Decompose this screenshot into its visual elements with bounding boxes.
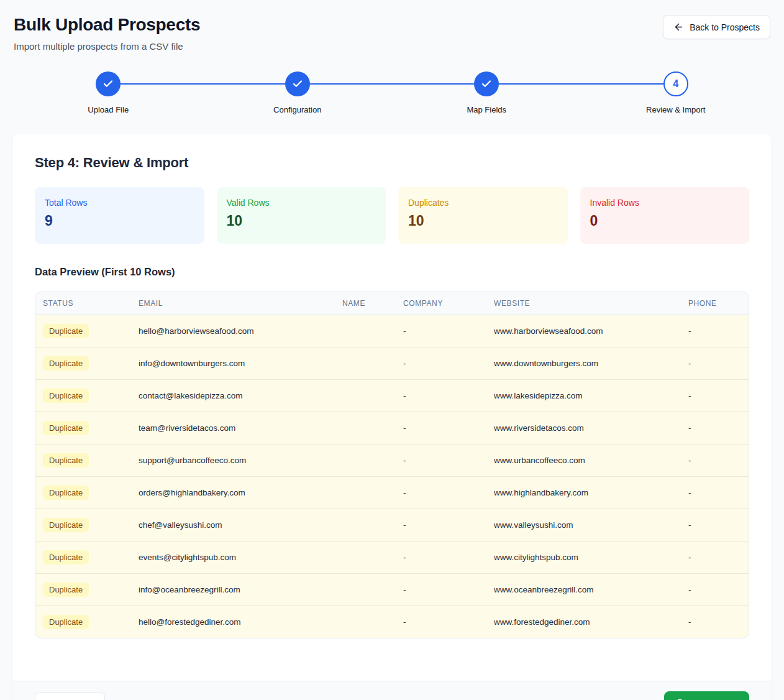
page-title: Bulk Upload Prospects [14, 15, 200, 35]
cell-website: www.urbancoffeeco.com [486, 444, 681, 477]
cell-phone: - [681, 509, 749, 541]
column-header-status: STATUS [35, 292, 131, 315]
column-header-company: COMPANY [396, 292, 486, 315]
cell-name [335, 348, 396, 380]
table-row: Duplicatecontact@lakesidepizza.com-www.l… [35, 380, 749, 412]
summary-cards: Total Rows9Valid Rows10Duplicates10Inval… [35, 187, 749, 244]
summary-card-value: 9 [45, 213, 194, 229]
status-badge: Duplicate [43, 615, 89, 629]
summary-card-duplicates: Duplicates10 [398, 187, 568, 244]
cell-email: info@oceanbreezegrill.com [131, 574, 335, 606]
summary-card-label: Valid Rows [227, 198, 376, 208]
cell-status: Duplicate [35, 606, 131, 638]
table-row: Duplicateorders@highlandbakery.com-www.h… [35, 477, 749, 509]
data-preview-table-container: STATUSEMAILNAMECOMPANYWEBSITEPHONE Dupli… [35, 292, 749, 638]
cell-name [335, 541, 396, 574]
data-preview-table: STATUSEMAILNAMECOMPANYWEBSITEPHONE Dupli… [35, 292, 749, 638]
summary-card-value: 10 [408, 213, 558, 229]
cell-name [335, 444, 396, 477]
back-to-prospects-label: Back to Prospects [690, 22, 760, 32]
stepper-step-upload-file[interactable]: Upload File [14, 71, 203, 114]
cell-website: www.citylightspub.com [486, 541, 681, 574]
cell-name [335, 606, 396, 638]
cell-email: info@downtownburgers.com [131, 348, 335, 380]
cell-website: www.riversidetacos.com [486, 412, 681, 444]
review-import-panel: Step 4: Review & Import Total Rows9Valid… [12, 134, 772, 700]
cell-name [335, 380, 396, 412]
summary-card-value: 0 [590, 213, 740, 229]
stepper-step-map-fields[interactable]: Map Fields [392, 71, 581, 114]
status-badge: Duplicate [43, 389, 89, 403]
column-header-email: EMAIL [131, 292, 335, 315]
status-badge: Duplicate [43, 518, 89, 532]
cell-name [335, 412, 396, 444]
cell-status: Duplicate [35, 477, 131, 509]
page-title-block: Bulk Upload Prospects Import multiple pr… [14, 15, 200, 52]
cell-phone: - [681, 315, 749, 348]
cell-email: orders@highlandbakery.com [131, 477, 335, 509]
status-badge: Duplicate [43, 356, 89, 371]
cell-website: www.highlandbakery.com [486, 477, 681, 509]
stepper-step-configuration[interactable]: Configuration [203, 71, 393, 114]
stepper: Upload FileConfigurationMap Fields4Revie… [14, 71, 770, 114]
column-header-name: NAME [335, 292, 396, 315]
cell-company: - [396, 380, 486, 412]
status-badge: Duplicate [43, 421, 89, 435]
cell-phone: - [681, 606, 749, 638]
cell-email: support@urbancoffeeco.com [131, 444, 335, 477]
cell-name [335, 477, 396, 509]
stepper-step-review-import[interactable]: 4Review & Import [581, 71, 771, 114]
cell-website: www.harborviewseafood.com [486, 315, 681, 348]
cell-phone: - [681, 574, 749, 606]
review-import-body: Step 4: Review & Import Total Rows9Valid… [12, 134, 772, 681]
table-row: Duplicateevents@citylightspub.com-www.ci… [35, 541, 749, 574]
page-header: Bulk Upload Prospects Import multiple pr… [0, 0, 784, 52]
cell-status: Duplicate [35, 412, 131, 444]
arrow-left-icon [673, 22, 684, 32]
back-to-prospects-button[interactable]: Back to Prospects [663, 15, 770, 39]
status-badge: Duplicate [43, 583, 89, 597]
cell-name [335, 574, 396, 606]
table-header-row: STATUSEMAILNAMECOMPANYWEBSITEPHONE [35, 292, 749, 315]
step-complete-circle [96, 71, 121, 96]
cell-status: Duplicate [35, 541, 131, 574]
page-subtitle: Import multiple prospects from a CSV fil… [14, 41, 200, 52]
cell-company: - [396, 541, 486, 574]
cell-name [335, 509, 396, 541]
cell-email: team@riversidetacos.com [131, 412, 335, 444]
summary-card-label: Duplicates [408, 198, 558, 208]
cell-email: chef@valleysushi.com [131, 509, 335, 541]
status-badge: Duplicate [43, 550, 89, 564]
table-row: Duplicatehello@harborviewseafood.com-www… [35, 315, 749, 348]
column-header-website: WEBSITE [486, 292, 681, 315]
cell-company: - [396, 477, 486, 509]
cell-website: www.oceanbreezegrill.com [486, 574, 681, 606]
cell-company: - [396, 509, 486, 541]
cell-status: Duplicate [35, 348, 131, 380]
check-icon [292, 78, 303, 90]
status-badge: Duplicate [43, 324, 89, 338]
cell-phone: - [681, 412, 749, 444]
table-row: Duplicatehello@forestedgediner.com-www.f… [35, 606, 749, 638]
step-title: Step 4: Review & Import [35, 155, 749, 171]
summary-card-invalid-rows: Invalid Rows0 [580, 187, 750, 244]
cell-status: Duplicate [35, 509, 131, 541]
cell-status: Duplicate [35, 444, 131, 477]
summary-card-label: Invalid Rows [590, 198, 740, 208]
previous-button[interactable]: Previous [35, 692, 105, 700]
table-row: Duplicateteam@riversidetacos.com-www.riv… [35, 412, 749, 444]
cell-phone: - [681, 444, 749, 477]
summary-card-label: Total Rows [45, 198, 194, 208]
status-badge: Duplicate [43, 486, 89, 500]
table-row: Duplicatechef@valleysushi.com-www.valley… [35, 509, 749, 541]
cell-phone: - [681, 477, 749, 509]
data-preview-title: Data Preview (First 10 Rows) [35, 266, 749, 278]
cell-phone: - [681, 348, 749, 380]
cell-company: - [396, 348, 486, 380]
stepper-step-label: Map Fields [467, 105, 506, 114]
cell-company: - [396, 315, 486, 348]
start-import-button[interactable]: Start Import [664, 691, 749, 700]
cell-email: hello@forestedgediner.com [131, 606, 335, 638]
stepper-step-label: Review & Import [646, 105, 705, 114]
table-row: Duplicateinfo@downtownburgers.com-www.do… [35, 348, 749, 380]
